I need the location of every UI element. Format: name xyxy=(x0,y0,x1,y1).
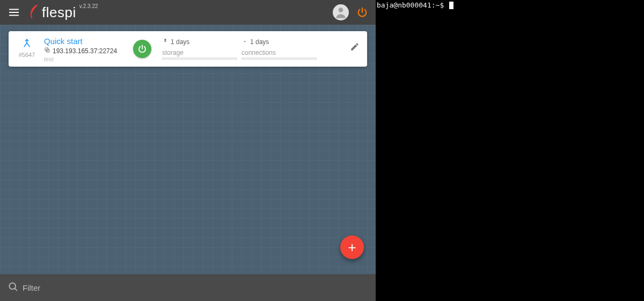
bottombar xyxy=(0,274,376,301)
terminal-prompt: baja@nb000041:~$ xyxy=(377,1,448,9)
topbar: flespi v.2.3.22 xyxy=(0,0,376,25)
power-icon xyxy=(356,6,368,18)
power-status-button[interactable] xyxy=(133,40,151,58)
card-address-row: 193.193.165.37:22724 xyxy=(44,47,125,55)
metric-connections: 1 days connections xyxy=(241,38,317,60)
metric-storage: 1 days storage xyxy=(162,38,237,60)
svg-point-6 xyxy=(9,283,16,289)
terminal-pane[interactable]: baja@nb000041:~$ xyxy=(376,0,644,301)
card-left: #5647 xyxy=(14,37,40,58)
brand-feather-icon xyxy=(27,3,41,22)
logout-button[interactable] xyxy=(354,4,370,20)
channel-type-icon xyxy=(21,38,32,51)
metric-storage-label: storage xyxy=(162,49,237,56)
channel-card[interactable]: #5647 Quick start 193.193.165.37:22724 t… xyxy=(9,31,367,67)
user-avatar[interactable] xyxy=(333,4,349,20)
filter-row xyxy=(8,281,368,294)
plus-icon: + xyxy=(348,240,356,254)
svg-line-7 xyxy=(15,289,17,291)
card-main: Quick start 193.193.165.37:22724 test xyxy=(44,37,125,62)
power-icon xyxy=(137,44,147,54)
metric-storage-value: 1 days xyxy=(171,38,189,46)
copy-icon[interactable] xyxy=(44,47,50,55)
app-version: v.2.3.22 xyxy=(79,3,98,9)
app-pane: flespi v.2.3.22 #5647 Quick start xyxy=(0,0,376,301)
brand: flespi xyxy=(27,3,76,22)
card-subtext: test xyxy=(44,56,125,62)
pin-icon xyxy=(162,38,169,46)
filter-input[interactable] xyxy=(23,283,368,292)
metric-connections-value: 1 days xyxy=(250,38,269,46)
pencil-icon xyxy=(350,42,360,52)
card-address: 193.193.165.37:22724 xyxy=(53,47,117,55)
menu-button[interactable] xyxy=(3,2,25,23)
terminal-line: baja@nb000041:~$ xyxy=(377,1,643,9)
card-id: #5647 xyxy=(19,52,35,58)
metric-connections-bar xyxy=(241,58,317,60)
metric-storage-bar xyxy=(162,58,237,60)
edit-button[interactable] xyxy=(350,42,360,54)
metric-connections-label: connections xyxy=(241,49,317,56)
brand-name: flespi xyxy=(42,4,76,21)
pin-icon xyxy=(241,38,248,46)
card-title[interactable]: Quick start xyxy=(44,37,125,46)
user-icon xyxy=(334,5,348,19)
hamburger-icon xyxy=(8,6,20,18)
terminal-cursor xyxy=(449,2,453,9)
search-icon xyxy=(8,281,18,294)
svg-point-3 xyxy=(339,8,343,12)
add-fab[interactable]: + xyxy=(340,235,364,259)
workspace: #5647 Quick start 193.193.165.37:22724 t… xyxy=(0,25,376,274)
